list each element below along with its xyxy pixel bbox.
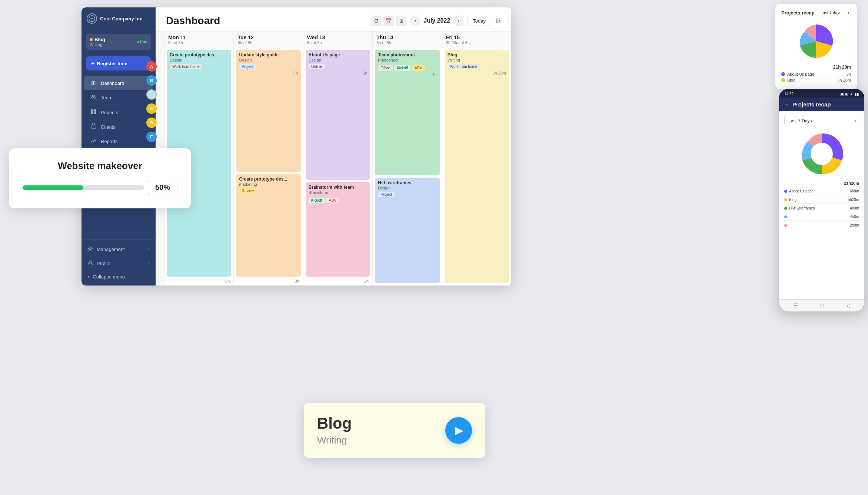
today-button[interactable]: Today — [467, 16, 491, 26]
event-sub: Writing — [448, 58, 506, 62]
avatar[interactable]: E — [146, 132, 157, 142]
sidebar: Cool Company Inc. Blog Writing ●10m + Re… — [82, 7, 156, 286]
avatar[interactable]: B — [146, 75, 157, 86]
main-header: Dashboard ⏱ 📅 ⊞ ‹ July 2022 › Today ⚙ — [156, 7, 511, 32]
active-task-name: Blog — [94, 37, 105, 42]
phone-legend-dot — [784, 190, 787, 193]
event-sub: Photoshoot — [378, 58, 436, 62]
phone-legend-time: 5h20m — [848, 198, 859, 202]
phone-legend-label: Blog — [789, 198, 797, 202]
projects-icon — [90, 109, 97, 116]
chevron-right-icon: › — [148, 261, 150, 266]
event-card[interactable]: Update style guide Design Project 5h — [236, 50, 300, 172]
profile-item[interactable]: Profile › — [82, 256, 156, 270]
phone-legend: About Us page 6h0m Blog 5h20m Hi-fi wire… — [784, 188, 859, 229]
sidebar-item-clients[interactable]: Clients — [84, 120, 153, 134]
phone-legend-item: Blog 5h20m — [784, 196, 859, 204]
profile-icon — [87, 260, 93, 267]
play-icon: ▶ — [455, 424, 463, 436]
phone-home-icon[interactable]: □ — [821, 303, 824, 308]
prev-month-btn[interactable]: ‹ — [410, 16, 420, 26]
sidebar-item-label: Team — [101, 95, 113, 100]
col-day: Fri 15 — [446, 34, 508, 40]
blog-tooltip-text: Blog Writing — [317, 415, 352, 446]
sidebar-item-projects[interactable]: Projects — [84, 105, 153, 119]
register-time-button[interactable]: + Register time — [86, 56, 151, 70]
app-window: Cool Company Inc. Blog Writing ●10m + Re… — [82, 7, 511, 286]
svg-rect-4 — [94, 109, 96, 112]
phone-period-select[interactable]: Last 7 Days Last 30 Days — [784, 116, 859, 126]
recap-header: Projects recap Last 7 days Last 30 days … — [781, 9, 851, 16]
phone-back-icon[interactable]: ◁ — [846, 303, 850, 308]
event-time: 3h 20m — [448, 71, 506, 75]
sidebar-item-dashboard[interactable]: ⊞ Dashboard — [84, 76, 153, 90]
col-hours: 3h 20m of 8h — [446, 40, 508, 45]
event-tag: Work from home — [448, 64, 480, 69]
svg-point-9 — [89, 248, 91, 250]
phone-legend-item: 4h0m — [784, 213, 859, 221]
phone-bottom-bar: ☰ □ ◁ — [779, 299, 864, 311]
progress-bar — [23, 185, 144, 190]
next-month-btn[interactable]: › — [453, 16, 463, 26]
phone-legend-item: Hi-fi wireframes 4h0m — [784, 205, 859, 212]
pie-chart — [781, 21, 851, 62]
grid-view-btn[interactable]: ⊞ — [396, 16, 406, 26]
sidebar-item-reports[interactable]: Reports — [84, 134, 153, 148]
dashboard-icon: ⊞ — [90, 80, 97, 86]
phone-legend-time: 2h0m — [850, 223, 859, 227]
month-label: July 2022 — [423, 17, 450, 24]
col-hours: 8h of 8h — [307, 40, 369, 45]
calendar-columns: Mon 11 8h of 8h Create prototype des... … — [164, 32, 511, 286]
event-time: 4h — [378, 72, 436, 77]
sidebar-item-label: Dashboard — [101, 80, 124, 86]
blog-tooltip-sub: Writing — [317, 435, 352, 446]
svg-rect-6 — [94, 112, 96, 114]
active-task-sub: Writing — [90, 42, 105, 47]
event-tag: Office — [378, 65, 393, 71]
event-card[interactable]: About Us page Design Online 6h — [306, 50, 370, 180]
collapse-menu-item[interactable]: ‹ Collapse menu — [82, 270, 156, 283]
event-card[interactable]: Brainstorm with team Brainstorm Kickoff … — [306, 182, 370, 277]
event-time: 6h — [309, 71, 367, 75]
svg-point-12 — [811, 143, 833, 165]
settings-icon[interactable]: ⚙ — [495, 17, 501, 25]
phone-status-bar: 14:52 ▣ ▣ ▲ ▮▮ — [779, 89, 864, 98]
avatar[interactable]: A — [146, 61, 157, 72]
event-card[interactable]: Create prototype des... marketing Review — [236, 174, 300, 277]
calendar-view-btn[interactable]: 📅 — [383, 16, 394, 26]
phone-legend-time: 4h0m — [850, 215, 859, 219]
legend-dot — [781, 72, 785, 76]
col-day: Mon 11 — [168, 34, 230, 40]
company-logo — [87, 13, 97, 24]
avatar[interactable]: D — [146, 118, 157, 128]
event-title: Brainstorm with team — [309, 185, 367, 190]
event-card[interactable]: Team photoshoot Photoshoot Office Kickof… — [375, 50, 439, 175]
clock-view-btn[interactable]: ⏱ — [371, 16, 381, 26]
phone-legend-time: 4h0m — [850, 206, 859, 210]
col-hours: 8h of 8h — [237, 40, 299, 45]
battery-icon: ▮▮ — [855, 92, 859, 96]
register-time-label: Register time — [97, 61, 127, 66]
active-timer-entry[interactable]: Blog Writing ●10m — [86, 34, 151, 50]
calendar-nav: ‹ July 2022 › — [410, 16, 463, 26]
event-card[interactable]: Hi-fi wireframes Design Project — [375, 178, 439, 283]
event-tag: Online — [309, 64, 325, 69]
legend-time: 5h 20m — [837, 78, 851, 82]
sidebar-item-label: Projects — [101, 110, 118, 115]
management-item[interactable]: Management › — [82, 242, 156, 256]
phone-time: 14:52 — [784, 92, 794, 96]
cal-col-tue: Tue 12 8h of 8h Update style guide Desig… — [234, 32, 303, 286]
legend-items: About Us page 6h Blog 5h 20m — [781, 72, 851, 82]
event-sub: Design — [378, 186, 436, 190]
play-button[interactable]: ▶ — [445, 417, 472, 444]
phone-legend-dot — [784, 198, 787, 201]
period-select[interactable]: Last 7 days Last 30 days This month — [818, 9, 851, 16]
phone-back-btn[interactable]: ← — [784, 102, 789, 108]
avatar[interactable] — [146, 89, 157, 100]
event-card[interactable]: Blog Writing Work from home 3h 20m — [445, 50, 509, 283]
phone-menu-icon[interactable]: ☰ — [793, 303, 798, 308]
avatar[interactable]: C — [146, 103, 157, 114]
sidebar-item-team[interactable]: Team — [84, 90, 153, 105]
col-body-wed: About Us page Design Online 6h Brainstor… — [303, 47, 372, 286]
progress-container: 50% — [23, 180, 177, 195]
